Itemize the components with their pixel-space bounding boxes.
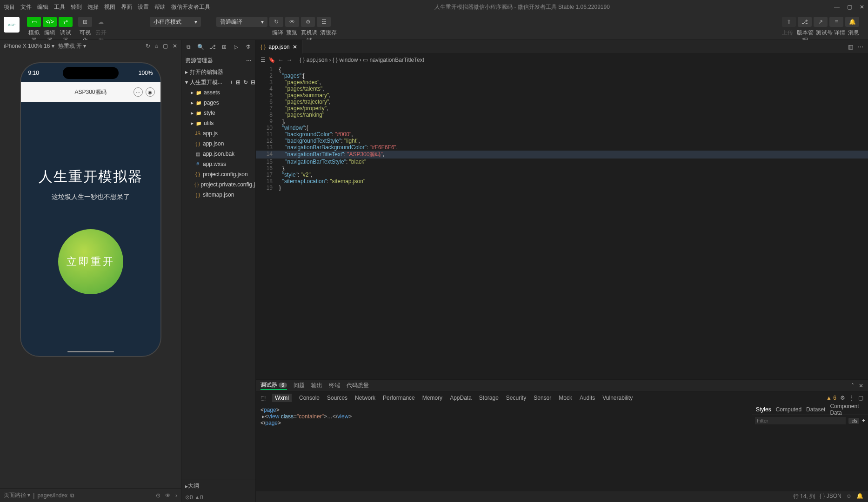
quality-tab[interactable]: 代码质量 — [347, 382, 369, 390]
file-app.wxss[interactable]: # app.wxss — [181, 159, 255, 169]
cls-toggle[interactable]: .cls — [848, 418, 859, 424]
language-mode[interactable]: { } JSON — [820, 493, 841, 501]
version-button[interactable]: ⎇ — [798, 17, 812, 27]
file-sitemap.json[interactable]: { } sitemap.json — [181, 190, 255, 200]
split-icon[interactable]: ▥ — [848, 44, 853, 50]
hot-reload-toggle[interactable]: 热重载 开 ▾ — [58, 42, 87, 50]
computed-tab[interactable]: Computed — [776, 406, 801, 413]
crumb-back-icon[interactable]: ← — [278, 57, 284, 63]
warning-count[interactable]: ▲ 6 — [826, 395, 836, 401]
maximize-icon[interactable]: ▢ — [847, 4, 852, 10]
outline-section[interactable]: ▸ 大纲 — [181, 480, 255, 492]
sim-popout-icon[interactable]: ▢ — [163, 43, 168, 49]
styles-filter-input[interactable] — [755, 417, 846, 424]
cloud-button[interactable]: ☁ — [94, 17, 108, 27]
devtab-sources[interactable]: Sources — [327, 395, 347, 401]
menu-微信开发者工具[interactable]: 微信开发者工具 — [171, 3, 210, 11]
refresh-icon[interactable]: ↻ — [243, 79, 248, 86]
sim-home-icon[interactable]: ⌂ — [155, 43, 158, 49]
styles-tab[interactable]: Styles — [756, 406, 771, 413]
menu-帮助[interactable]: 帮助 — [154, 3, 166, 11]
menu-文件[interactable]: 文件 — [20, 3, 32, 11]
compile-button[interactable]: ↻ — [269, 17, 283, 27]
preview-button[interactable]: 👁 — [285, 17, 299, 27]
capsule-close-icon[interactable]: ◉ — [146, 87, 155, 97]
remote-debug-button[interactable]: ⚙ — [301, 17, 315, 27]
menu-选择[interactable]: 选择 — [87, 3, 99, 11]
menu-编辑[interactable]: 编辑 — [37, 3, 48, 11]
close-tab-icon[interactable]: ✕ — [293, 44, 297, 50]
test-button[interactable]: ↗ — [814, 17, 828, 27]
sim-close-icon[interactable]: ✕ — [173, 43, 177, 49]
clear-cache-button[interactable]: ☲ — [317, 17, 331, 27]
wxml-tree[interactable]: <page> ▸<view class="container">…</view>… — [256, 404, 752, 491]
copy-path-icon[interactable]: ⧉ — [70, 492, 74, 499]
menu-设置[interactable]: 设置 — [138, 3, 149, 11]
folder-utils[interactable]: ▸ 📁 utils — [181, 118, 255, 128]
devtab-audits[interactable]: Audits — [580, 395, 595, 401]
menu-转到[interactable]: 转到 — [71, 3, 82, 11]
code-editor[interactable]: 1{2 "pages":[3 "pages/index",4 "pages/ta… — [256, 66, 868, 379]
problems-tab[interactable]: 问题 — [294, 382, 305, 390]
open-editors-section[interactable]: ▸ 打开的编辑器 — [181, 67, 255, 77]
search-icon[interactable]: 🔍 — [197, 44, 205, 50]
messages-button[interactable]: 🔔 — [845, 17, 859, 27]
crumb-list-icon[interactable]: ☰ — [260, 57, 266, 63]
panel-up-icon[interactable]: ˄ — [851, 383, 854, 389]
file-app.json.bak[interactable]: ▤ app.json.bak — [181, 149, 255, 159]
new-file-icon[interactable]: + — [230, 79, 233, 86]
add-style-icon[interactable]: + — [862, 417, 865, 424]
kebab-icon[interactable]: ⋮ — [849, 395, 855, 401]
editor-button[interactable]: </> — [43, 17, 57, 27]
capsule-menu-icon[interactable]: ⋯ — [134, 87, 143, 97]
panel-close-icon[interactable]: ✕ — [859, 383, 863, 389]
folder-pages[interactable]: ▸ 📁 pages — [181, 98, 255, 108]
sim-eye-icon[interactable]: 👁 — [165, 492, 171, 499]
devtab-appdata[interactable]: AppData — [450, 395, 472, 401]
details-button[interactable]: ≡ — [829, 17, 843, 27]
page-path[interactable]: pages/index — [37, 492, 67, 499]
devtab-wxml[interactable]: Wxml — [272, 394, 292, 402]
debugger-tab[interactable]: 调试器 6 — [260, 381, 287, 390]
devtab-vulnerability[interactable]: Vulnerability — [602, 395, 633, 401]
more-tab-icon[interactable]: ⋯ — [858, 44, 863, 50]
file-app.json[interactable]: { } app.json — [181, 139, 255, 149]
minimize-icon[interactable]: — — [834, 4, 840, 10]
menu-界面[interactable]: 界面 — [121, 3, 132, 11]
crumb-bookmark-icon[interactable]: 🔖 — [268, 57, 275, 63]
devtab-network[interactable]: Network — [355, 395, 375, 401]
close-icon[interactable]: ✕ — [860, 4, 864, 10]
dataset-tab[interactable]: Dataset — [806, 406, 825, 413]
upload-button[interactable]: ⬆ — [782, 17, 796, 27]
devtab-storage[interactable]: Storage — [479, 395, 499, 401]
componentdata-tab[interactable]: Component Data — [830, 403, 864, 416]
visual-button[interactable]: ⊞ — [78, 17, 92, 27]
devtab-mock[interactable]: Mock — [559, 395, 572, 401]
file-project.config.json[interactable]: { } project.config.json — [181, 169, 255, 179]
mode-select[interactable]: 小程序模式▾ — [150, 17, 201, 27]
editor-tab[interactable]: { }app.json✕ — [256, 40, 302, 54]
folder-style[interactable]: ▸ 📁 style — [181, 108, 255, 118]
folder-assets[interactable]: ▸ 📁 assets — [181, 87, 255, 98]
new-folder-icon[interactable]: ⊞ — [236, 79, 240, 86]
beaker-icon[interactable]: ⚗ — [245, 44, 252, 50]
files-icon[interactable]: ⧉ — [185, 44, 193, 50]
explorer-more-icon[interactable]: ⋯ — [246, 57, 252, 64]
sim-refresh-icon[interactable]: ↻ — [146, 43, 150, 49]
compile-select[interactable]: 普通编译▾ — [216, 17, 267, 27]
branch-icon[interactable]: ⎇ — [209, 44, 216, 50]
bell-icon[interactable]: 🔔 — [856, 493, 863, 501]
menu-工具[interactable]: 工具 — [54, 3, 65, 11]
devtab-sensor[interactable]: Sensor — [534, 395, 551, 401]
terminal-tab[interactable]: 终端 — [329, 382, 340, 390]
ext-icon[interactable]: ⊞ — [221, 44, 228, 50]
file-app.js[interactable]: JS app.js — [181, 128, 255, 139]
devtab-security[interactable]: Security — [506, 395, 526, 401]
devtab-memory[interactable]: Memory — [422, 395, 442, 401]
crumb-fwd-icon[interactable]: → — [287, 57, 292, 63]
sim-locate-icon[interactable]: ⊙ — [156, 492, 160, 499]
inspect-icon[interactable]: ⬚ — [260, 395, 266, 401]
file-project.private.config.js...[interactable]: { } project.private.config.js... — [181, 179, 255, 190]
debugger-button[interactable]: ⇄ — [59, 17, 73, 27]
device-select[interactable]: iPhone X 100% 16 ▾ — [4, 43, 54, 49]
